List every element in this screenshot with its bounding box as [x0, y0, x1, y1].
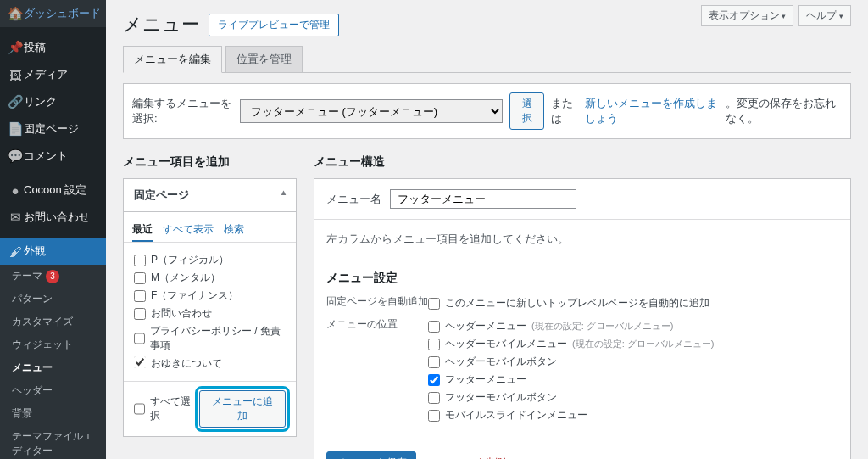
submenu-header[interactable]: ヘッダー	[0, 379, 106, 402]
sidebar-item-dashboard[interactable]: 🏠ダッシュボード	[0, 0, 106, 27]
update-badge: 3	[46, 270, 59, 283]
pages-accordion: 固定ページ 最近 すべて表示 検索 P（フィジカル） M（メンタル） F（ファイ…	[123, 178, 297, 437]
or-text: または	[551, 96, 578, 126]
location-checkbox[interactable]: フッターメニュー	[428, 371, 838, 389]
checkbox[interactable]	[428, 410, 440, 422]
menu-structure-title: メニュー構造	[314, 154, 851, 170]
location-checkbox[interactable]: フッターモバイルボタン	[428, 389, 838, 406]
inner-tab-recent[interactable]: 最近	[132, 219, 153, 242]
page-title: メニュー	[123, 12, 200, 37]
gauge-icon: 🏠	[7, 6, 24, 21]
location-checkbox[interactable]: モバイルスライドインメニュー	[428, 406, 838, 424]
main-content: 表示オプション ヘルプ メニュー ライブプレビューで管理 メニューを編集 位置を…	[106, 0, 868, 459]
media-icon: 🖼	[7, 68, 24, 82]
menu-selector-row: 編集するメニューを選択: フッターメニュー (フッターメニュー) 選択 または新…	[123, 83, 851, 139]
select-button[interactable]: 選択	[509, 92, 544, 130]
auto-add-checkbox[interactable]: このメニューに新しいトップレベルページを自動的に追加	[428, 294, 838, 312]
pin-icon: 📌	[7, 40, 24, 55]
menu-select-label: 編集するメニューを選択:	[132, 96, 233, 126]
select-all-checkbox[interactable]: すべて選択	[134, 393, 199, 425]
menu-select[interactable]: フッターメニュー (フッターメニュー)	[240, 99, 503, 123]
page-checklist: P（フィジカル） M（メンタル） F（ファイナンス） お問い合わせ プライバシー…	[124, 243, 296, 381]
menu-structure-box: メニュー名 左カラムからメニュー項目を追加してください。 メニュー設定 固定ペー…	[314, 178, 851, 459]
page-checkbox-item[interactable]: M（メンタル）	[134, 269, 286, 287]
checkbox[interactable]	[134, 403, 145, 415]
admin-sidebar: 🏠ダッシュボード 📌投稿 🖼メディア 🔗リンク 📄固定ページ 💬コメント ●Co…	[0, 0, 106, 459]
checkbox[interactable]	[428, 298, 440, 310]
menu-name-input[interactable]	[390, 189, 576, 209]
brush-icon: 🖌	[7, 244, 24, 259]
tab-edit-menus[interactable]: メニューを編集	[123, 46, 222, 73]
inner-tab-all[interactable]: すべて表示	[163, 219, 214, 242]
sidebar-item-appearance[interactable]: 🖌外観	[0, 238, 106, 265]
submenu-patterns[interactable]: パターン	[0, 288, 106, 311]
submenu-customize[interactable]: カスタマイズ	[0, 311, 106, 333]
checkbox[interactable]	[134, 255, 146, 266]
checkbox[interactable]	[134, 290, 146, 302]
help-button[interactable]: ヘルプ	[798, 5, 851, 26]
menu-name-label: メニュー名	[326, 192, 381, 207]
sidebar-item-posts[interactable]: 📌投稿	[0, 34, 106, 61]
empty-state-text: 左カラムからメニュー項目を追加してください。	[314, 220, 850, 259]
sidebar-item-pages[interactable]: 📄固定ページ	[0, 115, 106, 143]
mail-icon: ✉	[7, 210, 24, 225]
sidebar-item-comments[interactable]: 💬コメント	[0, 143, 106, 170]
accordion-toggle-pages[interactable]: 固定ページ	[124, 179, 296, 212]
highlight-circle	[134, 356, 146, 371]
sidebar-item-cocoon[interactable]: ●Cocoon 設定	[0, 176, 106, 204]
checkbox[interactable]	[134, 308, 146, 320]
add-items-title: メニュー項目を追加	[123, 154, 297, 170]
menu-settings-title: メニュー設定	[326, 271, 838, 286]
live-preview-button[interactable]: ライブプレビューで管理	[209, 14, 339, 36]
sidebar-item-links[interactable]: 🔗リンク	[0, 88, 106, 115]
page-icon: 📄	[7, 121, 24, 137]
submenu-widgets[interactable]: ウィジェット	[0, 333, 106, 356]
location-checkbox[interactable]: ヘッダーモバイルメニュー (現在の設定: グローバルメニュー)	[428, 335, 838, 353]
submenu-menus[interactable]: メニュー	[0, 356, 106, 379]
page-checkbox-item[interactable]: おゆきについて	[134, 355, 286, 372]
tab-manage-locations[interactable]: 位置を管理	[225, 46, 303, 72]
delete-menu-link[interactable]: メニューを削除	[431, 456, 509, 460]
page-checkbox-item[interactable]: プライバシーポリシー / 免責事項	[134, 322, 286, 355]
inner-tab-search[interactable]: 検索	[224, 219, 244, 242]
reminder-text: 。変更の保存をお忘れなく。	[726, 96, 842, 126]
comment-icon: 💬	[7, 148, 24, 164]
location-label: メニューの位置	[326, 317, 428, 424]
sidebar-item-media[interactable]: 🖼メディア	[0, 61, 106, 88]
checkbox[interactable]	[134, 333, 145, 344]
link-icon: 🔗	[7, 94, 24, 109]
location-checkbox[interactable]: ヘッダーモバイルボタン	[428, 353, 838, 371]
checkbox[interactable]	[428, 374, 440, 386]
add-to-menu-button[interactable]: メニューに追加	[199, 390, 286, 428]
nav-tabs: メニューを編集 位置を管理	[123, 46, 851, 73]
submenu-background[interactable]: 背景	[0, 402, 106, 425]
page-checkbox-item[interactable]: F（ファイナンス）	[134, 287, 286, 305]
location-checkbox[interactable]: ヘッダーメニュー (現在の設定: グローバルメニュー)	[428, 317, 838, 335]
page-checkbox-item[interactable]: お問い合わせ	[134, 305, 286, 322]
auto-add-label: 固定ページを自動追加	[326, 294, 428, 312]
create-menu-link[interactable]: 新しいメニューを作成しましょう	[585, 96, 719, 126]
checkbox[interactable]	[428, 339, 440, 350]
page-checkbox-item[interactable]: P（フィジカル）	[134, 251, 286, 269]
sidebar-item-contact[interactable]: ✉お問い合わせ	[0, 204, 106, 231]
save-menu-button[interactable]: メニューを保存	[326, 451, 416, 459]
checkbox[interactable]	[428, 392, 440, 404]
submenu-theme-editor[interactable]: テーマファイルエディター	[0, 425, 106, 459]
checkbox[interactable]	[428, 356, 440, 368]
screen-options-button[interactable]: 表示オプション	[701, 5, 794, 26]
dot-icon: ●	[7, 183, 24, 198]
submenu-themes[interactable]: テーマ3	[0, 265, 106, 288]
screen-options-bar: 表示オプション ヘルプ	[701, 5, 851, 26]
checkbox[interactable]	[134, 272, 146, 284]
checkbox[interactable]	[134, 356, 146, 368]
checkbox[interactable]	[428, 321, 440, 333]
